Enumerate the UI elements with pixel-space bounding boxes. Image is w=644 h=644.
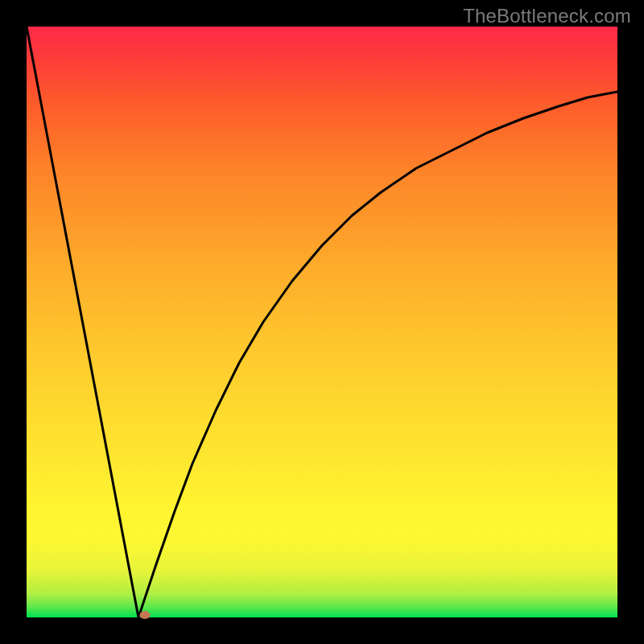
chart-frame: TheBottleneck.com (0, 0, 644, 644)
plot-area (27, 27, 617, 617)
bottleneck-curve (27, 27, 617, 617)
watermark-text: TheBottleneck.com (463, 5, 631, 27)
curve-path (27, 27, 617, 617)
notch-marker (140, 611, 151, 619)
